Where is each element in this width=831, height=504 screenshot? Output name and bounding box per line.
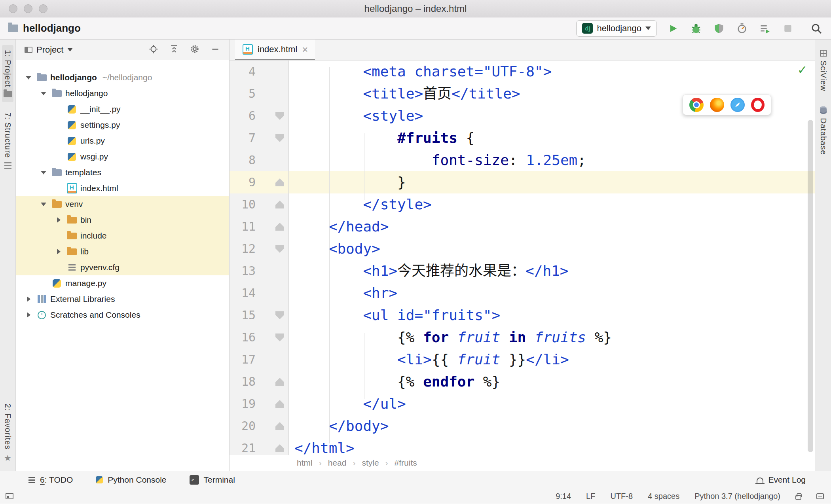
collapse-all-button[interactable] (169, 44, 179, 56)
fold-marker-icon[interactable] (275, 378, 284, 386)
tree-row-init-py[interactable]: __init__.py (16, 101, 229, 117)
fold-marker-icon[interactable] (275, 422, 284, 430)
code-line[interactable]: 14 <hr> (230, 282, 815, 304)
project-panel-title[interactable]: Project (36, 45, 63, 55)
toolwindow-button-terminal[interactable]: Terminal (190, 475, 235, 485)
code-line[interactable]: 12 <body> (230, 238, 815, 260)
panel-settings-button[interactable] (190, 44, 200, 56)
locate-file-button[interactable] (148, 44, 159, 56)
debug-button[interactable] (689, 22, 703, 35)
safari-icon[interactable] (730, 98, 745, 112)
fold-marker-icon[interactable] (275, 400, 284, 408)
code-text: </head> (289, 216, 815, 238)
tree-row-hellodjango[interactable]: hellodjango~/hellodjango (16, 70, 229, 85)
tree-row-pyvenv-cfg[interactable]: pyvenv.cfg (16, 260, 229, 275)
tree-row-settings-py[interactable]: settings.py (16, 117, 229, 133)
tree-row-scratches-and-consoles[interactable]: Scratches and Consoles (16, 307, 229, 323)
hide-panel-button[interactable] (210, 44, 220, 56)
fold-marker-icon[interactable] (275, 201, 284, 208)
breadcrumb-item-html[interactable]: html (297, 458, 313, 468)
lock-icon[interactable] (795, 495, 801, 500)
tree-row-lib[interactable]: lib (16, 244, 229, 260)
line-number: 20 (230, 415, 256, 437)
tree-row-wsgi-py[interactable]: wsgi.py (16, 149, 229, 165)
breadcrumb-item-fruits[interactable]: #fruits (395, 458, 417, 468)
tree-toggle-arrow[interactable] (24, 312, 33, 318)
chevron-down-icon[interactable] (67, 48, 73, 51)
status-lf[interactable]: LF (586, 492, 595, 501)
tree-row-index-html[interactable]: index.html (16, 180, 229, 196)
tool-button-7-structure[interactable]: 7: Structure (2, 108, 13, 173)
status-9-14[interactable]: 9:14 (556, 492, 571, 501)
status-python-3-7-hellodjango[interactable]: Python 3.7 (hellodjango) (694, 492, 780, 501)
coverage-icon (713, 23, 725, 34)
tool-button-2-favorites[interactable]: 2: Favorites (2, 399, 13, 468)
tree-row-manage-py[interactable]: manage.py (16, 275, 229, 291)
tree-row-external-libraries[interactable]: External Libraries (16, 291, 229, 307)
tree-toggle-arrow[interactable] (24, 296, 33, 302)
fold-marker-icon[interactable] (275, 112, 284, 120)
run-button[interactable] (666, 22, 680, 35)
code-line[interactable]: 10 </style> (230, 193, 815, 216)
code-line[interactable]: 17 <li>{{ fruit }}</li> (230, 349, 815, 371)
chrome-icon[interactable] (689, 98, 704, 112)
fold-marker-icon[interactable] (275, 333, 284, 341)
gutter-cell: 7 (230, 127, 289, 149)
tool-button-1-project[interactable]: 1: Project (2, 45, 13, 102)
run-tasks-button[interactable] (758, 22, 772, 35)
tree-row-urls-py[interactable]: urls.py (16, 133, 229, 149)
fold-marker-icon[interactable] (275, 311, 284, 319)
code-line[interactable]: 13 <h1>今天推荐的水果是：</h1> (230, 260, 815, 282)
tree-row-bin[interactable]: bin (16, 212, 229, 228)
code-line[interactable]: 4 <meta charset="UTF-8"> (230, 61, 815, 83)
tool-button-sciview[interactable]: SciView (818, 45, 829, 96)
code-line[interactable]: 18 {% endfor %} (230, 371, 815, 393)
run-configuration-select[interactable]: hellodjango (576, 20, 657, 37)
toolwindow-button-event-log[interactable]: Event Log (757, 475, 806, 485)
code-line[interactable]: 16 {% for fruit in fruits %} (230, 326, 815, 349)
code-line[interactable]: 11 </head> (230, 216, 815, 238)
fold-marker-icon[interactable] (275, 444, 284, 452)
inspections-status-icon[interactable] (797, 63, 809, 75)
fold-marker-icon[interactable] (275, 245, 284, 253)
status-4-spaces[interactable]: 4 spaces (648, 492, 679, 501)
tool-button-database[interactable]: Database (818, 102, 829, 160)
firefox-icon[interactable] (710, 98, 724, 112)
tree-row-include[interactable]: include (16, 228, 229, 244)
coverage-button[interactable] (712, 22, 726, 35)
tree-row-hellodjango[interactable]: hellodjango (16, 85, 229, 101)
status-utf-8[interactable]: UTF-8 (610, 492, 633, 501)
tree-toggle-arrow[interactable] (24, 76, 33, 80)
fold-marker-icon[interactable] (275, 134, 284, 142)
profiler-button[interactable] (735, 22, 749, 35)
tree-toggle-arrow[interactable] (54, 217, 63, 223)
code-line[interactable]: 7 #fruits { (230, 127, 815, 149)
search-everywhere-button[interactable] (810, 22, 823, 35)
toggle-toolwindows-icon[interactable] (6, 493, 13, 499)
code-line[interactable]: 9 } (230, 171, 815, 193)
fold-marker-icon[interactable] (275, 223, 284, 231)
code-line[interactable]: 15 <ul id="fruits"> (230, 304, 815, 326)
code-line[interactable]: 8 font-size: 1.25em; (230, 149, 815, 171)
reader-mode-icon[interactable] (816, 493, 824, 499)
close-icon[interactable] (302, 44, 308, 55)
tree-toggle-arrow[interactable] (39, 203, 48, 206)
breadcrumb-item-head[interactable]: head (328, 458, 347, 468)
tree-row-venv[interactable]: venv (16, 196, 229, 212)
toolwindow-button-6-todo[interactable]: 6: TODO (28, 475, 73, 485)
tree-toggle-arrow[interactable] (54, 249, 63, 254)
tree-row-templates[interactable]: templates (16, 165, 229, 180)
code-line[interactable]: 21</html> (230, 437, 815, 455)
stop-button[interactable] (781, 22, 795, 35)
fold-marker-icon[interactable] (275, 178, 284, 186)
tab-index-html[interactable]: index.html (235, 40, 315, 60)
opera-icon[interactable] (751, 98, 765, 112)
gutter-cell: 12 (230, 238, 289, 260)
tree-toggle-arrow[interactable] (39, 92, 48, 95)
code-line[interactable]: 20 </body> (230, 415, 815, 437)
code-line[interactable]: 19 </ul> (230, 393, 815, 415)
breadcrumb-item-style[interactable]: style (362, 458, 379, 468)
toolwindow-button-python-console[interactable]: Python Console (96, 475, 166, 485)
tree-toggle-arrow[interactable] (39, 171, 48, 174)
editor-scrollbar[interactable] (808, 120, 813, 452)
